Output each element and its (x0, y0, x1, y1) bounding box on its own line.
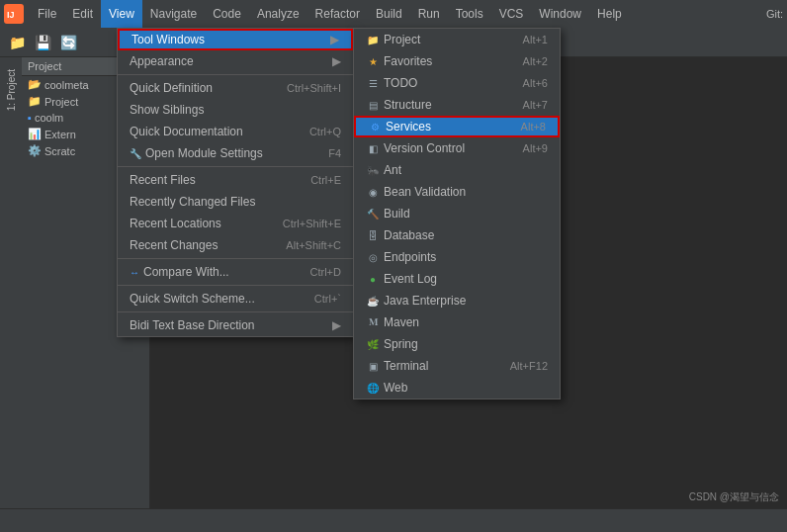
submenu-version-control[interactable]: ◧ Version Control Alt+9 (354, 137, 560, 159)
submenu-services[interactable]: ⚙ Services Alt+8 (354, 116, 560, 137)
menu-tools[interactable]: Tools (448, 0, 491, 28)
submenu-spring[interactable]: 🌿 Spring (354, 333, 560, 355)
project-icon: 📁 (28, 95, 42, 108)
submenu-structure-shortcut: Alt+7 (523, 99, 548, 111)
submenu-build[interactable]: 🔨 Build (354, 203, 560, 224)
submenu-terminal-shortcut: Alt+F12 (510, 360, 548, 372)
submenu-todo-label: ☰ TODO (366, 76, 417, 90)
tool-windows-label: Tool Windows (131, 33, 205, 46)
recent-changes-label: Recent Changes (130, 238, 218, 252)
menu-edit[interactable]: Edit (64, 0, 101, 28)
menu-build[interactable]: Build (368, 0, 410, 28)
quick-def-label: Quick Definition (130, 81, 213, 95)
submenu-ant-label: 🐜 Ant (366, 163, 401, 177)
submenu-services-shortcut: Alt+8 (521, 121, 546, 133)
bidi-arrow: ▶ (332, 318, 341, 332)
recent-changes-shortcut: Alt+Shift+C (286, 239, 341, 251)
recent-locations-label: Recent Locations (130, 217, 221, 230)
menu-item-quick-def[interactable]: Quick Definition Ctrl+Shift+I (118, 77, 353, 99)
menu-item-recent-files[interactable]: Recent Files Ctrl+E (118, 169, 353, 191)
compare-with-shortcut: Ctrl+D (310, 266, 341, 278)
quick-doc-label: Quick Documentation (130, 125, 243, 138)
todo-icon: ☰ (366, 76, 380, 90)
submenu-structure-label: ▤ Structure (366, 98, 432, 112)
git-label: Git: (766, 8, 783, 20)
menu-bar: IJ File Edit View Navigate Code Analyze … (0, 0, 787, 28)
menu-item-appearance[interactable]: Appearance ▶ (118, 50, 353, 72)
log-icon: ● (366, 272, 380, 286)
menu-run[interactable]: Run (410, 0, 448, 28)
menu-item-recent-changes[interactable]: Recent Changes Alt+Shift+C (118, 234, 353, 256)
menu-help[interactable]: Help (589, 0, 630, 28)
quick-doc-shortcut: Ctrl+Q (309, 126, 341, 137)
submenu-maven[interactable]: 𝐌 Maven (354, 311, 560, 333)
menu-item-recent-locations[interactable]: Recent Locations Ctrl+Shift+E (118, 213, 353, 234)
submenu-todo[interactable]: ☰ TODO Alt+6 (354, 72, 560, 94)
submenu-favorites-label: ★ Favorites (366, 54, 432, 68)
toolbar-save-icon[interactable]: 💾 (32, 32, 53, 53)
menu-file[interactable]: File (30, 0, 64, 28)
bean-icon: ◉ (366, 185, 380, 199)
submenu-favorites[interactable]: ★ Favorites Alt+2 (354, 50, 560, 72)
ant-icon: 🐜 (366, 163, 380, 177)
vcs-icon: ◧ (366, 141, 380, 155)
submenu-log-label: ● Event Log (366, 272, 437, 286)
maven-icon: 𝐌 (366, 315, 380, 329)
menu-analyze[interactable]: Analyze (249, 0, 307, 28)
submenu-ant[interactable]: 🐜 Ant (354, 159, 560, 181)
module-icon: ▪ (28, 112, 32, 124)
menu-item-bidi[interactable]: Bidi Text Base Direction ▶ (118, 314, 353, 336)
svg-text:IJ: IJ (7, 10, 15, 20)
menu-code[interactable]: Code (205, 0, 249, 28)
toolbar-folder-icon[interactable]: 📁 (6, 32, 28, 53)
spring-icon: 🌿 (366, 337, 380, 351)
structure-icon: ▤ (366, 98, 380, 112)
submenu-project[interactable]: 📁 Project Alt+1 (354, 29, 560, 50)
menu-refactor[interactable]: Refactor (307, 0, 368, 28)
submenu-bean-validation[interactable]: ◉ Bean Validation (354, 181, 560, 203)
appearance-label: Appearance (130, 54, 194, 68)
submenu-web-label: 🌐 Web (366, 381, 407, 395)
menu-item-recently-changed[interactable]: Recently Changed Files (118, 191, 353, 213)
services-icon: ⚙ (368, 120, 382, 133)
quick-switch-label: Quick Switch Scheme... (130, 292, 255, 306)
menu-navigate[interactable]: Navigate (142, 0, 205, 28)
submenu-terminal-label: ▣ Terminal (366, 359, 428, 373)
database-icon: 🗄 (366, 228, 380, 242)
side-panel: 1: Project (0, 57, 22, 508)
submenu-project-label: 📁 Project (366, 33, 420, 46)
scratch-icon: ⚙️ (28, 144, 42, 157)
submenu-event-log[interactable]: ● Event Log (354, 268, 560, 290)
recent-files-label: Recent Files (130, 173, 196, 187)
menu-item-show-siblings[interactable]: Show Siblings (118, 99, 353, 121)
extern-icon: 📊 (28, 128, 42, 140)
build-icon: 🔨 (366, 207, 380, 221)
app-logo: IJ (4, 4, 24, 24)
side-tab-project[interactable]: 1: Project (4, 61, 19, 119)
module-settings-shortcut: F4 (328, 147, 341, 159)
submenu-todo-shortcut: Alt+6 (523, 77, 548, 89)
compare-with-label: ↔ Compare With... (130, 265, 229, 279)
menu-item-quick-doc[interactable]: Quick Documentation Ctrl+Q (118, 121, 353, 142)
quick-switch-shortcut: Ctrl+` (314, 293, 341, 305)
submenu-structure[interactable]: ▤ Structure Alt+7 (354, 94, 560, 116)
menu-item-quick-switch[interactable]: Quick Switch Scheme... Ctrl+` (118, 288, 353, 310)
submenu-web[interactable]: 🌐 Web (354, 377, 560, 399)
toolbar-refresh-icon[interactable]: 🔄 (57, 32, 79, 53)
menu-item-compare-with[interactable]: ↔ Compare With... Ctrl+D (118, 261, 353, 283)
menu-vcs[interactable]: VCS (491, 0, 532, 28)
submenu-endpoints[interactable]: ◎ Endpoints (354, 246, 560, 268)
project-folder-icon: 📁 (366, 33, 380, 46)
view-menu-dropdown: Tool Windows ▶ Appearance ▶ Quick Defini… (117, 28, 354, 337)
submenu-java-enterprise[interactable]: ☕ Java Enterprise (354, 290, 560, 311)
submenu-database[interactable]: 🗄 Database (354, 224, 560, 246)
submenu-build-label: 🔨 Build (366, 207, 410, 221)
submenu-endpoints-label: ◎ Endpoints (366, 250, 436, 264)
submenu-terminal[interactable]: ▣ Terminal Alt+F12 (354, 355, 560, 377)
menu-item-module-settings[interactable]: 🔧 Open Module Settings F4 (118, 142, 353, 164)
java-icon: ☕ (366, 294, 380, 308)
menu-window[interactable]: Window (531, 0, 589, 28)
submenu-vc-shortcut: Alt+9 (523, 142, 548, 154)
menu-item-tool-windows[interactable]: Tool Windows ▶ (118, 29, 353, 50)
menu-view[interactable]: View (101, 0, 142, 28)
